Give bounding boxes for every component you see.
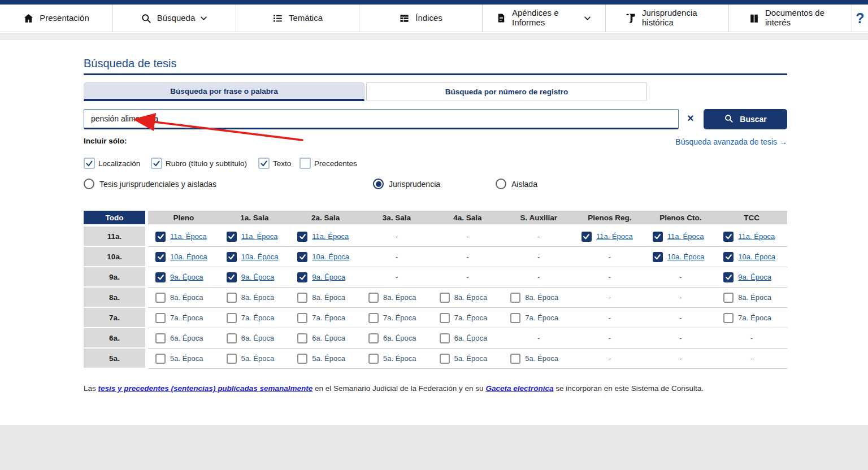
checked-checkbox[interactable] <box>653 232 663 242</box>
checked-checkbox[interactable] <box>151 158 162 169</box>
unchecked-checkbox[interactable] <box>440 354 450 364</box>
unchecked-checkbox[interactable] <box>297 293 307 303</box>
unchecked-checkbox[interactable] <box>155 354 166 364</box>
checked-checkbox[interactable] <box>227 272 237 282</box>
unchecked-checkbox[interactable] <box>440 293 450 303</box>
unchecked-checkbox[interactable] <box>227 333 237 343</box>
clear-search-icon[interactable]: × <box>687 112 694 124</box>
epoch-cell-empty: - <box>716 349 787 369</box>
checked-checkbox[interactable] <box>723 252 734 262</box>
checked-checkbox[interactable] <box>297 252 307 262</box>
buscar-button[interactable]: Buscar <box>704 109 787 129</box>
radio-button[interactable] <box>84 179 94 189</box>
tab-numero-de-registro[interactable]: Búsqueda por número de registro <box>366 82 647 101</box>
unchecked-checkbox[interactable] <box>297 333 307 343</box>
search-icon <box>724 114 734 125</box>
checked-checkbox[interactable] <box>723 272 734 282</box>
epoca-label: 5a. Época <box>241 354 275 363</box>
unchecked-checkbox[interactable] <box>510 313 520 323</box>
epoch-cell: 8a. Época <box>290 288 361 308</box>
row-label-9a: 9a. <box>84 267 148 288</box>
epoca-link[interactable]: 11a. Época <box>170 232 207 241</box>
epoch-cell: 8a. Época <box>432 288 504 308</box>
unchecked-checkbox[interactable] <box>155 313 166 323</box>
tesis-precedentes-link[interactable]: tesis y precedentes (sentencias) publica… <box>98 384 313 393</box>
advanced-search-link[interactable]: Búsqueda avanzada de tesis → <box>675 137 787 146</box>
checked-checkbox[interactable] <box>297 232 307 242</box>
epoca-link[interactable]: 9a. Época <box>312 273 345 281</box>
epoca-link[interactable]: 10a. Época <box>241 253 279 261</box>
checked-checkbox[interactable] <box>581 232 592 242</box>
checked-checkbox[interactable] <box>84 158 95 169</box>
unchecked-checkbox[interactable] <box>227 313 237 323</box>
checked-checkbox[interactable] <box>258 158 270 169</box>
filter-rubro[interactable]: Rubro (título y subtítulo) <box>151 158 247 169</box>
epoch-cell: 7a. Época <box>503 308 574 328</box>
row-label-11a: 11a. <box>84 227 148 247</box>
unchecked-checkbox[interactable] <box>227 354 237 364</box>
row-label-6a: 6a. <box>84 328 148 349</box>
unchecked-checkbox[interactable] <box>723 313 734 323</box>
checked-checkbox[interactable] <box>653 252 663 262</box>
epoca-link[interactable]: 11a. Época <box>241 232 278 241</box>
unchecked-checkbox[interactable] <box>368 354 379 364</box>
gaceta-electronica-link[interactable]: Gaceta electrónica <box>485 384 553 393</box>
unchecked-checkbox[interactable] <box>440 313 450 323</box>
epoch-cell-empty: - <box>574 308 645 328</box>
checked-checkbox[interactable] <box>297 272 307 282</box>
radio-button[interactable] <box>373 179 384 189</box>
radio-label: Tesis jurisprudenciales y aisladas <box>99 180 216 189</box>
epoca-link[interactable]: 10a. Época <box>312 253 349 261</box>
filter-localizacion[interactable]: Localización <box>84 158 140 169</box>
epoch-cell-empty: - <box>361 247 432 267</box>
radio-jurisprudencia[interactable]: Jurisprudencia <box>373 179 440 189</box>
help-button[interactable]: ? <box>852 5 868 32</box>
epoca-label: 8a. Época <box>170 293 203 302</box>
epoch-table: TodoPleno1a. Sala2a. Sala3a. Sala4a. Sal… <box>84 211 787 369</box>
epoca-label: 6a. Época <box>241 334 275 342</box>
title-divider <box>84 73 787 75</box>
epoca-label: 8a. Época <box>383 293 416 302</box>
unchecked-checkbox[interactable] <box>510 293 520 303</box>
unchecked-checkbox[interactable] <box>368 293 379 303</box>
unchecked-checkbox[interactable] <box>155 293 166 303</box>
epoca-link[interactable]: 11a. Época <box>738 232 775 241</box>
epoca-link[interactable]: 9a. Época <box>170 273 203 281</box>
tab-frase-o-palabra[interactable]: Búsqueda por frase o palabra <box>84 82 364 101</box>
epoca-link[interactable]: 11a. Época <box>667 232 704 241</box>
col-header-todo[interactable]: Todo <box>84 211 148 227</box>
radio-aislada[interactable]: Aislada <box>496 179 537 189</box>
epoch-cell: 11a. Época <box>148 227 219 247</box>
checked-checkbox[interactable] <box>227 252 237 262</box>
checked-checkbox[interactable] <box>155 272 166 282</box>
unchecked-checkbox[interactable] <box>723 293 734 303</box>
unchecked-checkbox[interactable] <box>368 333 379 343</box>
filter-texto[interactable]: Texto <box>258 158 291 169</box>
epoca-link[interactable]: 10a. Época <box>667 253 705 261</box>
checked-checkbox[interactable] <box>155 252 166 262</box>
unchecked-checkbox[interactable] <box>368 313 379 323</box>
radio-button[interactable] <box>496 179 506 189</box>
search-input[interactable] <box>84 109 679 129</box>
filter-precedentes[interactable]: Precedentes <box>300 158 357 169</box>
epoch-cell: 11a. Época <box>219 227 290 247</box>
unchecked-checkbox[interactable] <box>510 354 520 364</box>
epoca-link[interactable]: 10a. Época <box>170 253 207 261</box>
epoca-link[interactable]: 11a. Época <box>312 232 349 241</box>
unchecked-checkbox[interactable] <box>297 313 307 323</box>
unchecked-checkbox[interactable] <box>227 293 237 303</box>
unchecked-checkbox[interactable] <box>155 333 166 343</box>
checked-checkbox[interactable] <box>227 232 237 242</box>
radio-tesis-jurisprudenciales-y-aisladas[interactable]: Tesis jurisprudenciales y aisladas <box>84 179 216 189</box>
epoca-link[interactable]: 10a. Época <box>738 253 775 261</box>
epoca-label: 7a. Época <box>454 314 488 322</box>
epoch-cell-empty: - <box>574 247 645 267</box>
unchecked-checkbox[interactable] <box>300 158 311 169</box>
epoca-link[interactable]: 11a. Época <box>596 232 633 241</box>
unchecked-checkbox[interactable] <box>440 333 450 343</box>
epoca-link[interactable]: 9a. Época <box>738 273 771 281</box>
epoca-link[interactable]: 9a. Época <box>241 273 275 281</box>
checked-checkbox[interactable] <box>155 232 166 242</box>
unchecked-checkbox[interactable] <box>297 354 307 364</box>
checked-checkbox[interactable] <box>723 232 734 242</box>
